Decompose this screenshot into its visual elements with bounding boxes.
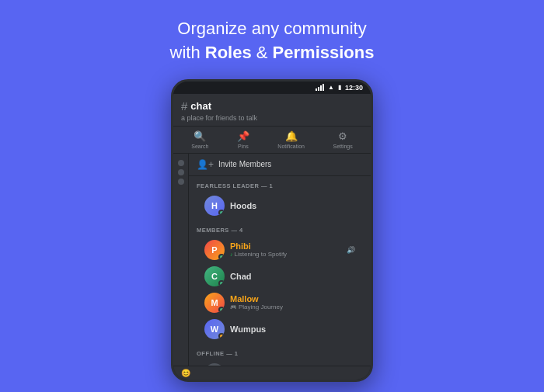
role-label-offline: OFFLINE — 1 [197,350,363,357]
avatar-phibi: P [204,240,225,260]
notification-icon: 🔔 [285,130,298,142]
member-name-phibi: Phibi [230,241,341,251]
status-dot-chad [218,280,225,286]
avatar-chad: C [204,266,225,286]
channel-title: # chat [181,99,363,113]
signal-icon [316,84,324,91]
invite-icon: 👤+ [197,159,214,170]
member-row-wumpus[interactable]: W Wumpus [197,316,363,342]
role-section-leader: FEARLESS LEADER — 1 H Hoods [189,176,371,220]
member-row-phibi[interactable]: P Phibi ♪ Listening to Spotify 🔊 [197,237,363,263]
role-section-offline: OFFLINE — 1 F Face [189,344,371,366]
member-status-phibi: ♪ Listening to Spotify [230,251,341,258]
status-dot-wumpus [218,333,225,339]
headline: Organize any community with Roles & Perm… [170,17,375,65]
avatar-mallow: M [204,293,225,313]
phone-content: 👤+ Invite Members FEARLESS LEADER — 1 H … [173,154,371,366]
pins-label: Pins [238,144,249,149]
member-name-hoods: Hoods [230,201,355,210]
phone-mockup: ▲ ▮ 12:30 # chat a place for friends to … [171,79,373,382]
volume-icon-phibi: 🔊 [347,246,355,254]
member-row-chad[interactable]: C Chad [197,263,363,290]
time-display: 12:30 [345,84,363,92]
left-panel-sliver [173,154,189,366]
settings-icon: ⚙ [338,130,347,142]
status-dot-hoods [218,210,225,216]
wifi-icon: ▲ [328,84,334,91]
channel-header: # chat a place for friends to talk [173,94,371,127]
settings-toolbar-item[interactable]: ⚙ Settings [333,130,352,149]
pins-icon: 📌 [237,130,249,142]
member-info-hoods: Hoods [230,201,355,210]
invite-members-button[interactable]: 👤+ Invite Members [189,154,371,176]
spotify-icon: ♪ [230,252,233,257]
notification-toolbar-item[interactable]: 🔔 Notification [277,130,305,149]
battery-icon: ▮ [338,84,341,91]
member-info-wumpus: Wumpus [230,324,355,334]
status-dot-mallow [218,307,225,313]
search-toolbar-item[interactable]: 🔍 Search [191,130,208,149]
invite-label: Invite Members [218,160,271,168]
member-row-hoods[interactable]: H Hoods [197,193,363,219]
status-dot-phibi [218,254,225,260]
member-name-wumpus: Wumpus [230,324,355,334]
avatar-face: F [204,363,225,366]
sidebar-item-dot-3 [178,179,184,185]
channel-description: a place for friends to talk [181,114,363,122]
channel-name: chat [190,100,211,112]
search-label: Search [191,144,208,149]
member-info-phibi: Phibi ♪ Listening to Spotify [230,241,341,258]
member-status-mallow: 🎮 Playing Journey [230,304,355,310]
role-label-members: MEMBERS — 4 [197,227,363,234]
avatar-wumpus: W [204,319,225,339]
member-list-panel[interactable]: 👤+ Invite Members FEARLESS LEADER — 1 H … [189,154,371,366]
member-name-chad: Chad [230,272,355,281]
member-row-face[interactable]: F Face [197,360,363,366]
member-row-mallow[interactable]: M Mallow 🎮 Playing Journey [197,290,363,316]
status-bar: ▲ ▮ 12:30 [173,82,371,94]
member-info-chad: Chad [230,272,355,281]
emoji-icon[interactable]: 😊 [181,369,190,377]
game-icon: 🎮 [230,304,237,310]
avatar-hoods: H [204,196,225,216]
sidebar-item-dot [178,160,184,166]
bottom-bar: 😊 [173,366,371,380]
role-label-leader: FEARLESS LEADER — 1 [197,182,363,189]
member-info-mallow: Mallow 🎮 Playing Journey [230,294,355,310]
channel-toolbar: 🔍 Search 📌 Pins 🔔 Notification ⚙ Setting… [173,127,371,154]
notification-label: Notification [277,144,305,149]
settings-label: Settings [333,144,352,149]
role-section-members: MEMBERS — 4 P Phibi ♪ Listening to Spoti… [189,220,371,344]
sidebar-item-dot-2 [178,169,184,175]
search-icon: 🔍 [194,130,206,142]
member-name-mallow: Mallow [230,294,355,304]
channel-hash-icon: # [181,99,187,113]
pins-toolbar-item[interactable]: 📌 Pins [237,130,249,149]
